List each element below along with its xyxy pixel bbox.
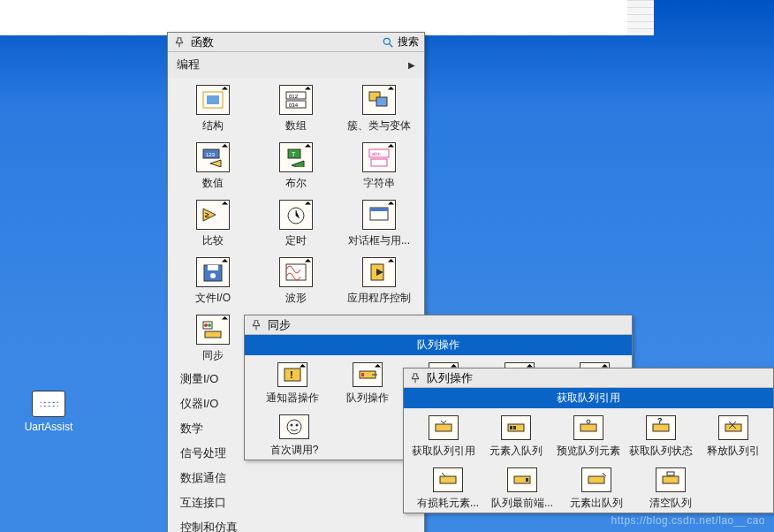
svg-point-50 <box>587 420 590 423</box>
svg-rect-54 <box>440 476 456 483</box>
svg-rect-56 <box>526 478 528 482</box>
func-string[interactable]: abc 字符串 <box>344 142 414 191</box>
sync-banner: 队列操作 <box>245 335 632 355</box>
category-programming[interactable]: 编程 ▶ <box>168 52 424 78</box>
sync-title: 同步 <box>268 317 291 333</box>
svg-point-25 <box>210 273 216 278</box>
svg-rect-39 <box>361 373 364 376</box>
chevron-right-icon: ▶ <box>408 60 415 70</box>
svg-point-43 <box>291 424 293 427</box>
serial-port-icon: ∷∷∷∷ <box>32 391 65 417</box>
func-timing[interactable]: 定时 <box>261 200 331 248</box>
sync-titlebar[interactable]: 同步 <box>245 315 632 335</box>
svg-rect-53 <box>725 424 741 431</box>
func-dialog[interactable]: 对话框与用... <box>344 200 414 248</box>
queue-row-2: 有损耗元素... 队列最前端... 元素出队列 清空队列 <box>404 460 773 513</box>
func-appcontrol[interactable]: 应用程序控制 <box>344 257 414 306</box>
search-icon <box>382 36 394 49</box>
func-row-2: ≥ 比较 定时 对话框与用... <box>168 193 424 250</box>
svg-text:T: T <box>292 151 296 157</box>
category-label: 编程 <box>177 57 200 72</box>
svg-rect-26 <box>286 264 306 280</box>
queue-titlebar[interactable]: 队列操作 <box>404 369 773 388</box>
queue-release[interactable]: 释放队列引 <box>698 415 769 459</box>
svg-text:abc: abc <box>372 151 381 156</box>
cat-datacomm[interactable]: 数据通信 <box>168 466 424 490</box>
queue-status[interactable]: ? 获取队列状态 <box>626 415 696 459</box>
svg-point-44 <box>296 424 299 427</box>
svg-rect-48 <box>513 426 516 429</box>
svg-point-42 <box>287 420 301 434</box>
func-comparison[interactable]: ≥ 比较 <box>178 200 248 248</box>
svg-rect-22 <box>370 208 388 211</box>
svg-rect-47 <box>510 426 512 429</box>
func-numeric[interactable]: 123 数值 <box>178 142 248 191</box>
sync-notifier[interactable]: ! 通知器操作 <box>259 362 326 406</box>
func-cluster[interactable]: 簇、类与变体 <box>344 85 414 133</box>
queue-row-1: 获取队列引用 元素入队列 预览队列元素 ? 获取队列状态 释放队列引 <box>404 408 773 460</box>
svg-text:≥: ≥ <box>205 210 209 219</box>
func-fileio[interactable]: 文件I/O <box>178 257 248 306</box>
queue-dequeue[interactable]: 元素出队列 <box>561 467 632 511</box>
svg-marker-11 <box>210 160 221 167</box>
svg-text:!: ! <box>290 369 293 380</box>
sync-firstcall[interactable]: 首次调用? <box>259 414 330 458</box>
svg-rect-8 <box>376 97 387 106</box>
svg-text:012: 012 <box>289 94 299 99</box>
desktop-icon-uartassist[interactable]: ∷∷∷∷ UartAssist <box>22 391 75 433</box>
pin-icon[interactable] <box>250 319 262 331</box>
func-row-1: 123 数值 T 布尔 abc 字符串 <box>168 135 424 193</box>
svg-rect-24 <box>208 265 218 270</box>
queue-enqueue[interactable]: 元素入队列 <box>481 415 551 459</box>
svg-marker-14 <box>292 161 304 167</box>
func-array[interactable]: 012034 数组 <box>261 85 331 133</box>
svg-rect-57 <box>588 476 604 483</box>
svg-rect-17 <box>371 159 387 166</box>
queue-obtain[interactable]: 获取队列引用 <box>408 415 479 459</box>
svg-point-31 <box>208 323 211 327</box>
func-sync[interactable]: 同步 <box>178 315 248 363</box>
svg-text:?: ? <box>657 418 663 425</box>
pin-icon[interactable] <box>173 36 186 49</box>
sync-queue[interactable]: 队列操作 <box>335 362 402 406</box>
queue-front[interactable]: 队列最前端... <box>487 467 558 511</box>
svg-point-30 <box>204 323 208 327</box>
svg-text:123: 123 <box>206 152 216 157</box>
scrollbar-region <box>627 0 654 35</box>
cat-connectivity[interactable]: 互连接口 <box>168 490 424 515</box>
func-structures[interactable]: 结构 <box>178 85 248 133</box>
svg-rect-59 <box>667 472 674 475</box>
desktop-icon-label: UartAssist <box>22 421 75 433</box>
search-label: 搜索 <box>398 34 419 49</box>
queue-preview[interactable]: 预览队列元素 <box>553 415 624 459</box>
queue-lossy[interactable]: 有损耗元素... <box>413 467 483 511</box>
watermark-text: https://blog.csdn.net/lao__cao <box>611 514 765 527</box>
svg-rect-49 <box>580 424 596 431</box>
func-waveform[interactable]: 波形 <box>261 257 331 306</box>
func-row-3: 文件I/O 波形 应用程序控制 <box>168 250 424 308</box>
block-diagram-canvas <box>0 0 641 35</box>
svg-rect-32 <box>205 331 221 338</box>
svg-text:034: 034 <box>289 103 299 108</box>
svg-rect-2 <box>207 95 219 104</box>
queue-flush[interactable]: 清空队列 <box>635 467 706 511</box>
pin-icon[interactable] <box>409 372 421 384</box>
palette-titlebar[interactable]: 函数 搜索 <box>168 33 424 52</box>
cat-control-sim[interactable]: 控制和仿真 <box>168 515 424 532</box>
search-button[interactable]: 搜索 <box>382 34 419 49</box>
palette-title: 函数 <box>191 34 214 50</box>
svg-rect-58 <box>663 476 679 483</box>
svg-rect-51 <box>653 424 669 431</box>
queue-palette: 队列操作 获取队列引用 获取队列引用 元素入队列 预览队列元素 ? 获取队列状态… <box>403 368 774 513</box>
queue-title: 队列操作 <box>427 370 473 386</box>
queue-banner: 获取队列引用 <box>404 388 773 408</box>
func-row-0: 结构 012034 数组 簇、类与变体 <box>168 78 424 135</box>
func-boolean[interactable]: T 布尔 <box>261 142 331 191</box>
svg-rect-45 <box>436 424 452 431</box>
svg-point-0 <box>383 38 390 44</box>
